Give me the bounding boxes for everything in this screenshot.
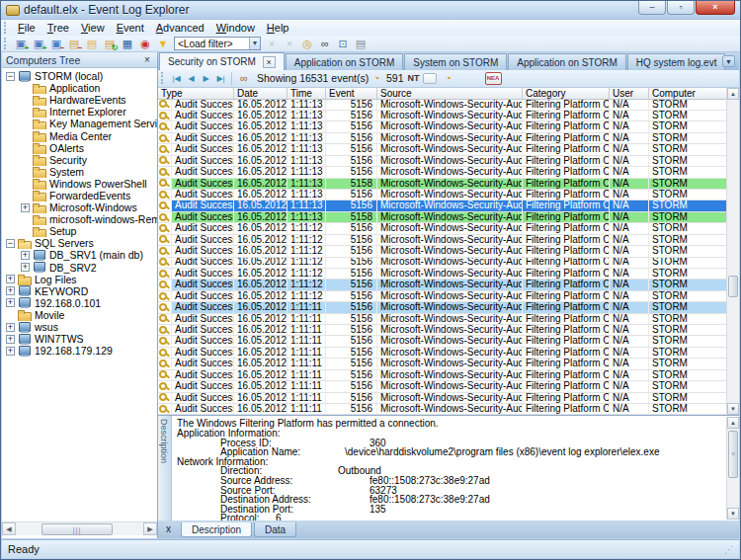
event-row[interactable]: Audit Success16.05.20121:11:125156Micros… <box>158 291 739 302</box>
close-tree-panel-icon[interactable]: × <box>141 54 153 65</box>
next-event-button[interactable]: ▶ <box>199 71 213 85</box>
collapse-icon[interactable]: − <box>6 72 15 81</box>
print-icon[interactable]: ▤ <box>353 37 370 51</box>
tree-item-log-files[interactable]: +Log Files <box>2 274 157 285</box>
menu-tree[interactable]: Tree <box>41 21 75 36</box>
event-row[interactable]: Audit Success16.05.20121:11:115156Micros… <box>158 359 739 369</box>
first-event-button[interactable]: |◀ <box>169 71 184 85</box>
tab-application-on-storm[interactable]: Application on STORM <box>286 53 404 70</box>
event-row[interactable]: Audit Success16.05.20121:11:135158Micros… <box>158 179 739 190</box>
tab-hq-system-log-evt[interactable]: HQ system log.evt <box>627 53 726 70</box>
close-tab-icon[interactable]: × <box>263 56 276 68</box>
event-row[interactable]: Audit Success16.05.20121:11:115156Micros… <box>158 381 739 392</box>
event-row[interactable]: Audit Success16.05.20121:11:115156Micros… <box>158 348 739 359</box>
scrollbar-thumb[interactable]: ||| <box>41 523 113 535</box>
event-row[interactable]: Audit Success16.05.20121:11:135156Micros… <box>158 111 739 121</box>
event-row[interactable]: Audit Success16.05.20121:11:135156Micros… <box>158 100 739 111</box>
clock-icon[interactable]: ◔ <box>440 71 456 86</box>
view-params-icon[interactable]: ⊡ <box>335 37 352 51</box>
expand-icon[interactable]: + <box>6 335 15 344</box>
expand-icon[interactable]: + <box>6 286 15 295</box>
tree-item-internet-explorer[interactable]: Internet Explorer <box>2 106 157 118</box>
clear-filter-icon[interactable]: × <box>264 37 281 51</box>
tab-system-on-storm[interactable]: System on STORM <box>404 53 507 70</box>
column-header-user[interactable]: User <box>610 88 649 99</box>
tree-item-key-management-service[interactable]: Key Management Service <box>2 118 157 129</box>
event-row[interactable]: Audit Success16.05.20121:11:135156Micros… <box>158 200 739 211</box>
tab-security-on-storm[interactable]: Security on STORM× <box>159 52 285 70</box>
event-row[interactable]: Audit Success16.05.20121:11:135156Micros… <box>158 121 739 132</box>
menu-advanced[interactable]: Advanced <box>150 21 210 36</box>
menu-window[interactable]: Window <box>210 21 261 36</box>
expand-icon[interactable]: + <box>21 203 30 212</box>
expand-icon[interactable]: + <box>6 323 15 332</box>
column-header-source[interactable]: Source <box>377 88 523 99</box>
close-button[interactable]: × <box>696 1 735 15</box>
event-row[interactable]: Audit Success16.05.20121:11:125156Micros… <box>158 269 739 280</box>
save-log-icon[interactable]: ▦ <box>120 37 136 51</box>
scroll-right-icon[interactable]: ▶ <box>143 522 157 535</box>
scroll-down-icon[interactable]: ▼ <box>727 508 739 520</box>
minimize-button[interactable]: – <box>638 1 666 15</box>
event-row[interactable]: Audit Success16.05.20121:11:115156Micros… <box>158 393 739 404</box>
event-row[interactable]: Audit Success16.05.20121:11:125156Micros… <box>158 280 739 290</box>
event-row[interactable]: Audit Success16.05.20121:11:135156Micros… <box>158 156 739 167</box>
refresh-log-icon[interactable]: ▤↻ <box>102 37 119 51</box>
expand-icon[interactable]: + <box>6 347 15 356</box>
note-icon[interactable] <box>423 73 437 84</box>
menu-view[interactable]: View <box>75 21 111 36</box>
event-row[interactable]: Audit Success16.05.20121:11:125156Micros… <box>158 246 739 257</box>
close-log-icon[interactable]: ▤− <box>66 37 83 51</box>
scrollbar-thumb[interactable] <box>728 276 738 297</box>
tab-description[interactable]: Description <box>181 522 252 537</box>
tab-application-on-storm[interactable]: Application on STORM <box>508 53 626 70</box>
chevron-down-icon[interactable]: ▼ <box>249 38 260 49</box>
close-description-icon[interactable]: x <box>162 523 175 536</box>
tree-item-db-srv2[interactable]: +DB_SRV2 <box>2 262 157 274</box>
tree-item-windows-powershell[interactable]: Windows PowerShell <box>2 178 157 190</box>
tree-item-security[interactable]: Security <box>2 154 157 166</box>
maximize-button[interactable]: ▫ <box>667 1 695 15</box>
expand-icon[interactable]: + <box>6 275 15 283</box>
expand-icon[interactable]: + <box>21 251 30 260</box>
menu-file[interactable]: File <box>12 21 41 36</box>
description-vertical-scrollbar[interactable]: ▲ ≡ ▼ <box>726 417 739 520</box>
tab-list-dropdown-icon[interactable]: ▼ <box>722 55 735 67</box>
collapse-icon[interactable]: − <box>6 239 15 248</box>
load-filter-combobox[interactable]: <Load filter> ▼ <box>174 37 261 50</box>
event-row[interactable]: Audit Success16.05.20121:11:135156Micros… <box>158 190 739 200</box>
remove-computer-icon[interactable]: ▣− <box>48 37 65 51</box>
column-header-computer[interactable]: Computer <box>649 88 727 99</box>
event-row[interactable]: Audit Success16.05.20121:11:125156Micros… <box>158 223 739 234</box>
last-event-button[interactable]: ▶| <box>213 71 228 85</box>
bookmark-icon[interactable]: ∞ <box>236 71 253 86</box>
tree-item-movile[interactable]: Movile <box>2 309 157 321</box>
tree-item-application[interactable]: Application <box>2 82 157 94</box>
column-header-category[interactable]: Category <box>523 88 610 99</box>
expand-icon[interactable]: + <box>6 298 15 307</box>
tree-item-db-srv1-main-db[interactable]: +DB_SRV1 (main db) <box>2 249 157 261</box>
tree-item-media-center[interactable]: Media Center <box>2 129 157 141</box>
tree-item-wsus[interactable]: +wsus <box>2 321 157 333</box>
scroll-up-icon[interactable]: ▲ <box>727 417 739 429</box>
title-bar[interactable]: default.elx - Event Log Explorer – ▫ × <box>1 1 740 20</box>
filter-icon[interactable]: ▼ <box>155 37 172 51</box>
scroll-left-icon[interactable]: ◀ <box>2 522 16 535</box>
column-header-date[interactable]: Date <box>234 88 288 99</box>
event-row[interactable]: Audit Success16.05.20121:11:115156Micros… <box>158 314 739 325</box>
tree-item-forwardedevents[interactable]: ForwardedEvents <box>2 190 157 201</box>
scroll-up-icon[interactable]: ▲ <box>727 88 739 100</box>
column-header-event[interactable]: Event <box>326 88 377 99</box>
menu-help[interactable]: Help <box>261 21 295 36</box>
resize-grip-icon[interactable]: ⋰ <box>724 544 733 555</box>
scrollbar-thumb[interactable]: ≡ <box>728 431 738 478</box>
remove-filter-icon[interactable]: × <box>282 37 298 51</box>
event-row[interactable]: Audit Success16.05.20121:11:135156Micros… <box>158 133 739 144</box>
tab-data[interactable]: Data <box>254 522 296 537</box>
column-header-type[interactable]: Type <box>158 88 234 99</box>
event-row[interactable]: Audit Success16.05.20121:11:115156Micros… <box>158 302 739 313</box>
events-vertical-scrollbar[interactable]: ▲ ▼ <box>726 88 739 416</box>
tree-item-keyword[interactable]: +KEYWORD <box>2 285 157 297</box>
expand-icon[interactable]: + <box>21 263 30 272</box>
prev-event-button[interactable]: ◀ <box>184 71 199 85</box>
